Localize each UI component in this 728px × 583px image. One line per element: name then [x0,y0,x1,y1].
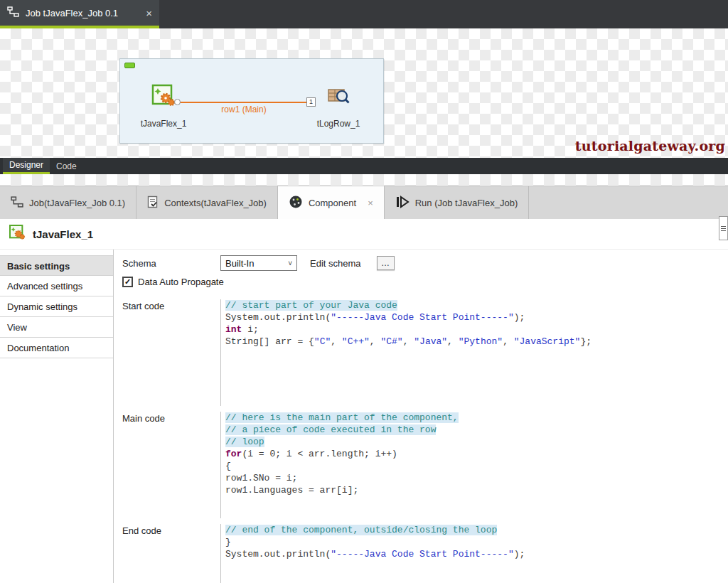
contexts-icon [147,196,159,210]
tab-designer[interactable]: Designer [3,158,50,174]
run-icon [395,196,410,210]
chevron-down-icon: ˅ [288,260,292,267]
component-title: tJavaFlex_1 [33,228,93,240]
designer-code-bar: Designer Code [0,158,728,174]
job-icon [7,6,19,19]
view-tabbar: Job(tJavaFlex_Job 0.1) Contexts(tJavaFle… [0,186,728,219]
editor-gap [0,174,728,186]
settings-sidebar: Basic settings Advanced settings Dynamic… [0,250,114,583]
sidebar-item-documentation[interactable]: Documentation [0,338,113,358]
tab-job[interactable]: Job(tJavaFlex_Job 0.1) [0,186,136,219]
data-auto-propagate-label: Data Auto Propagate [138,277,224,287]
panel-menu-icon[interactable] [719,216,728,240]
sidebar-item-view[interactable]: View [0,317,113,338]
tjavaflex-icon [151,83,176,112]
data-auto-propagate-row: ✓ Data Auto Propagate [122,272,728,291]
main-code-label: Main code [122,412,220,424]
tlogrow-icon [326,83,351,112]
main-code-section: Main code // here is the main part of th… [122,412,728,518]
data-auto-propagate-checkbox[interactable]: ✓ [122,277,133,287]
end-code-editor[interactable]: // end of the component, outside/closing… [220,524,728,583]
tab-component[interactable]: Component × [278,186,385,219]
component-palette-icon [289,195,303,211]
component-header: tJavaFlex_1 [0,219,728,250]
close-icon[interactable]: × [146,7,152,19]
design-canvas[interactable]: tJavaFlex_1 1 row1 (Main) tLogRow_1 tuto… [0,28,728,158]
tjavaflex-icon-small [9,224,26,244]
end-code-label: End code [122,524,220,536]
main-code-editor[interactable]: // here is the main part of the componen… [220,412,728,518]
subjob-collapse-button[interactable] [124,63,135,68]
window-titlebar: Job tJavaFlex_Job 0.1 × [0,0,728,28]
end-code-section: End code // end of the component, outsid… [122,524,728,583]
sidebar-item-basic-settings[interactable]: Basic settings [0,255,113,276]
tab-contexts-label: Contexts(tJavaFlex_Job) [164,198,267,208]
schema-select[interactable]: Built-In ˅ [220,255,297,271]
job-subjob-box[interactable]: tJavaFlex_1 1 row1 (Main) tLogRow_1 [119,58,384,144]
close-icon[interactable]: × [368,198,373,208]
sidebar-item-advanced-settings[interactable]: Advanced settings [0,276,113,296]
start-code-section: Start code // start part of your Java co… [122,299,728,406]
component-label: tLogRow_1 [317,119,360,129]
edit-schema-button[interactable]: … [377,256,395,270]
start-code-editor[interactable]: // start part of your Java codeSystem.ou… [220,299,728,406]
connector-label[interactable]: row1 (Main) [178,105,309,114]
tabbar-spacer [529,186,728,219]
start-code-label: Start code [122,299,220,311]
job-icon [11,196,23,210]
component-label: tJavaFlex_1 [141,119,187,129]
job-editor-tab-label: Job tJavaFlex_Job 0.1 [26,8,118,18]
row-connector[interactable] [178,102,309,103]
tab-job-label: Job(tJavaFlex_Job 0.1) [29,198,125,208]
tab-run-label: Run (Job tJavaFlex_Job) [415,198,518,208]
component-tlogrow[interactable]: tLogRow_1 [308,83,369,129]
tab-run[interactable]: Run (Job tJavaFlex_Job) [385,186,530,219]
tab-contexts[interactable]: Contexts(tJavaFlex_Job) [136,186,278,219]
schema-select-value: Built-In [225,258,254,269]
basic-settings-panel: Schema Built-In ˅ Edit schema … ✓ Data A… [114,250,728,583]
edit-schema-label: Edit schema [310,258,361,269]
schema-row: Schema Built-In ˅ Edit schema … [122,254,728,272]
component-settings: Basic settings Advanced settings Dynamic… [0,250,728,583]
job-editor-tab[interactable]: Job tJavaFlex_Job 0.1 × [0,0,159,28]
tab-component-label: Component [309,198,356,208]
sidebar-item-dynamic-settings[interactable]: Dynamic settings [0,296,113,317]
tab-code[interactable]: Code [50,158,83,174]
schema-label: Schema [122,258,220,269]
watermark-text: tutorialgateway.org [575,138,725,154]
